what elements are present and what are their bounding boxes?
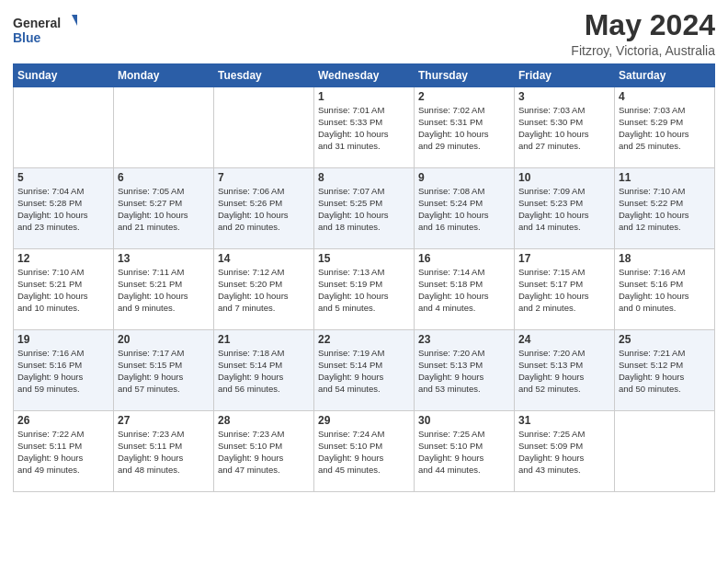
day-number: 12 — [17, 252, 109, 265]
calendar-cell: 22Sunrise: 7:19 AM Sunset: 5:14 PM Dayli… — [314, 330, 415, 411]
day-number: 3 — [518, 90, 610, 103]
calendar-cell: 26Sunrise: 7:22 AM Sunset: 5:11 PM Dayli… — [14, 411, 114, 492]
day-number: 13 — [118, 252, 210, 265]
day-info: Sunrise: 7:08 AM Sunset: 5:24 PM Dayligh… — [418, 186, 510, 233]
day-info: Sunrise: 7:21 AM Sunset: 5:12 PM Dayligh… — [619, 348, 711, 395]
day-info: Sunrise: 7:16 AM Sunset: 5:16 PM Dayligh… — [17, 348, 109, 395]
day-info: Sunrise: 7:19 AM Sunset: 5:14 PM Dayligh… — [318, 348, 410, 395]
day-info: Sunrise: 7:18 AM Sunset: 5:14 PM Dayligh… — [218, 348, 310, 395]
day-info: Sunrise: 7:10 AM Sunset: 5:22 PM Dayligh… — [619, 186, 711, 233]
day-number: 8 — [318, 171, 410, 184]
calendar-cell: 8Sunrise: 7:07 AM Sunset: 5:25 PM Daylig… — [314, 168, 415, 249]
calendar-cell: 4Sunrise: 7:03 AM Sunset: 5:29 PM Daylig… — [615, 87, 715, 168]
weekday-header-thursday: Thursday — [415, 64, 515, 87]
day-number: 23 — [418, 333, 510, 346]
day-info: Sunrise: 7:05 AM Sunset: 5:27 PM Dayligh… — [118, 186, 210, 233]
day-info: Sunrise: 7:24 AM Sunset: 5:10 PM Dayligh… — [318, 429, 410, 476]
weekday-header-tuesday: Tuesday — [214, 64, 314, 87]
weekday-header-friday: Friday — [515, 64, 615, 87]
calendar-cell: 1Sunrise: 7:01 AM Sunset: 5:33 PM Daylig… — [314, 87, 415, 168]
calendar-cell: 13Sunrise: 7:11 AM Sunset: 5:21 PM Dayli… — [114, 249, 214, 330]
week-row-2: 5Sunrise: 7:04 AM Sunset: 5:28 PM Daylig… — [14, 168, 715, 249]
day-info: Sunrise: 7:14 AM Sunset: 5:18 PM Dayligh… — [418, 267, 510, 314]
day-info: Sunrise: 7:01 AM Sunset: 5:33 PM Dayligh… — [318, 105, 410, 152]
day-number: 24 — [518, 333, 610, 346]
day-info: Sunrise: 7:13 AM Sunset: 5:19 PM Dayligh… — [318, 267, 410, 314]
calendar-cell — [615, 411, 715, 492]
calendar-cell: 18Sunrise: 7:16 AM Sunset: 5:16 PM Dayli… — [615, 249, 715, 330]
day-info: Sunrise: 7:02 AM Sunset: 5:31 PM Dayligh… — [418, 105, 510, 152]
day-number: 16 — [418, 252, 510, 265]
day-number: 4 — [619, 90, 711, 103]
svg-text:General: General — [13, 16, 61, 30]
calendar-cell: 16Sunrise: 7:14 AM Sunset: 5:18 PM Dayli… — [415, 249, 515, 330]
weekday-header-saturday: Saturday — [615, 64, 715, 87]
day-info: Sunrise: 7:23 AM Sunset: 5:10 PM Dayligh… — [218, 429, 310, 476]
day-info: Sunrise: 7:09 AM Sunset: 5:23 PM Dayligh… — [518, 186, 610, 233]
day-number: 21 — [218, 333, 310, 346]
logo: General Blue — [13, 13, 77, 48]
calendar-cell: 27Sunrise: 7:23 AM Sunset: 5:11 PM Dayli… — [114, 411, 214, 492]
week-row-5: 26Sunrise: 7:22 AM Sunset: 5:11 PM Dayli… — [14, 411, 715, 492]
day-info: Sunrise: 7:20 AM Sunset: 5:13 PM Dayligh… — [418, 348, 510, 395]
day-info: Sunrise: 7:15 AM Sunset: 5:17 PM Dayligh… — [518, 267, 610, 314]
svg-marker-2 — [72, 15, 77, 29]
calendar-cell: 21Sunrise: 7:18 AM Sunset: 5:14 PM Dayli… — [214, 330, 314, 411]
day-number: 1 — [318, 90, 410, 103]
day-number: 27 — [118, 414, 210, 427]
calendar: SundayMondayTuesdayWednesdayThursdayFrid… — [13, 63, 715, 492]
calendar-cell: 30Sunrise: 7:25 AM Sunset: 5:10 PM Dayli… — [415, 411, 515, 492]
day-number: 17 — [518, 252, 610, 265]
day-info: Sunrise: 7:03 AM Sunset: 5:30 PM Dayligh… — [518, 105, 610, 152]
weekday-header-row: SundayMondayTuesdayWednesdayThursdayFrid… — [14, 64, 715, 87]
calendar-cell: 31Sunrise: 7:25 AM Sunset: 5:09 PM Dayli… — [515, 411, 615, 492]
day-number: 10 — [518, 171, 610, 184]
weekday-header-wednesday: Wednesday — [314, 64, 415, 87]
calendar-cell: 20Sunrise: 7:17 AM Sunset: 5:15 PM Dayli… — [114, 330, 214, 411]
calendar-cell: 29Sunrise: 7:24 AM Sunset: 5:10 PM Dayli… — [314, 411, 415, 492]
day-number: 28 — [218, 414, 310, 427]
day-info: Sunrise: 7:04 AM Sunset: 5:28 PM Dayligh… — [17, 186, 109, 233]
calendar-cell: 19Sunrise: 7:16 AM Sunset: 5:16 PM Dayli… — [14, 330, 114, 411]
weekday-header-sunday: Sunday — [14, 64, 114, 87]
day-number: 29 — [318, 414, 410, 427]
day-info: Sunrise: 7:25 AM Sunset: 5:09 PM Dayligh… — [518, 429, 610, 476]
day-number: 25 — [619, 333, 711, 346]
calendar-cell: 24Sunrise: 7:20 AM Sunset: 5:13 PM Dayli… — [515, 330, 615, 411]
calendar-cell: 5Sunrise: 7:04 AM Sunset: 5:28 PM Daylig… — [14, 168, 114, 249]
day-number: 20 — [118, 333, 210, 346]
day-number: 2 — [418, 90, 510, 103]
calendar-cell: 2Sunrise: 7:02 AM Sunset: 5:31 PM Daylig… — [415, 87, 515, 168]
day-number: 11 — [619, 171, 711, 184]
day-info: Sunrise: 7:03 AM Sunset: 5:29 PM Dayligh… — [619, 105, 711, 152]
day-number: 7 — [218, 171, 310, 184]
day-number: 15 — [318, 252, 410, 265]
calendar-cell: 23Sunrise: 7:20 AM Sunset: 5:13 PM Dayli… — [415, 330, 515, 411]
calendar-cell: 14Sunrise: 7:12 AM Sunset: 5:20 PM Dayli… — [214, 249, 314, 330]
calendar-cell: 11Sunrise: 7:10 AM Sunset: 5:22 PM Dayli… — [615, 168, 715, 249]
day-info: Sunrise: 7:16 AM Sunset: 5:16 PM Dayligh… — [619, 267, 711, 314]
day-number: 31 — [518, 414, 610, 427]
weekday-header-monday: Monday — [114, 64, 214, 87]
calendar-cell: 6Sunrise: 7:05 AM Sunset: 5:27 PM Daylig… — [114, 168, 214, 249]
day-number: 9 — [418, 171, 510, 184]
day-number: 30 — [418, 414, 510, 427]
calendar-cell: 3Sunrise: 7:03 AM Sunset: 5:30 PM Daylig… — [515, 87, 615, 168]
calendar-cell — [14, 87, 114, 168]
day-info: Sunrise: 7:06 AM Sunset: 5:26 PM Dayligh… — [218, 186, 310, 233]
day-info: Sunrise: 7:25 AM Sunset: 5:10 PM Dayligh… — [418, 429, 510, 476]
calendar-cell — [114, 87, 214, 168]
day-info: Sunrise: 7:20 AM Sunset: 5:13 PM Dayligh… — [518, 348, 610, 395]
day-number: 18 — [619, 252, 711, 265]
calendar-cell: 17Sunrise: 7:15 AM Sunset: 5:17 PM Dayli… — [515, 249, 615, 330]
calendar-cell: 7Sunrise: 7:06 AM Sunset: 5:26 PM Daylig… — [214, 168, 314, 249]
day-info: Sunrise: 7:23 AM Sunset: 5:11 PM Dayligh… — [118, 429, 210, 476]
day-number: 22 — [318, 333, 410, 346]
logo-svg: General Blue — [13, 13, 77, 48]
day-info: Sunrise: 7:17 AM Sunset: 5:15 PM Dayligh… — [118, 348, 210, 395]
day-info: Sunrise: 7:22 AM Sunset: 5:11 PM Dayligh… — [17, 429, 109, 476]
calendar-cell: 25Sunrise: 7:21 AM Sunset: 5:12 PM Dayli… — [615, 330, 715, 411]
day-info: Sunrise: 7:11 AM Sunset: 5:21 PM Dayligh… — [118, 267, 210, 314]
calendar-cell: 9Sunrise: 7:08 AM Sunset: 5:24 PM Daylig… — [415, 168, 515, 249]
day-number: 6 — [118, 171, 210, 184]
